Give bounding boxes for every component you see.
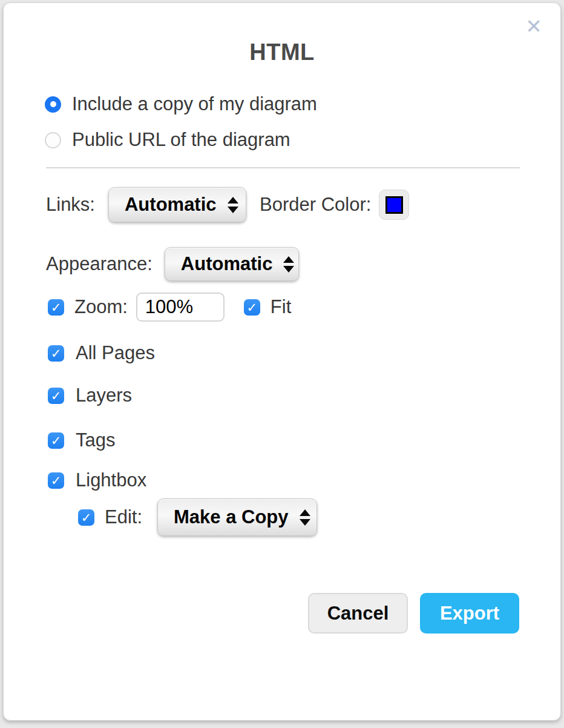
cancel-button[interactable]: Cancel <box>308 593 408 634</box>
select-arrows-icon <box>283 256 294 273</box>
border-color-label: Border Color: <box>260 194 371 216</box>
tags-checkbox[interactable] <box>48 432 64 449</box>
edit-checkbox[interactable] <box>78 509 94 526</box>
export-html-dialog: ✕ HTML Include a copy of my diagram Publ… <box>3 2 561 721</box>
lightbox-label[interactable]: Lightbox <box>76 469 146 491</box>
select-arrows-icon <box>300 509 310 526</box>
radio-public-url[interactable] <box>45 132 61 148</box>
lightbox-checkbox[interactable] <box>48 472 64 489</box>
edit-select[interactable]: Make a Copy <box>157 498 317 536</box>
border-color-swatch-button[interactable] <box>379 190 409 220</box>
edit-select-value: Make a Copy <box>174 506 289 528</box>
appearance-select[interactable]: Automatic <box>165 247 299 281</box>
links-row: Links: Automatic Border Color: <box>46 185 409 225</box>
links-select[interactable]: Automatic <box>108 187 246 222</box>
fit-label[interactable]: Fit <box>271 296 291 318</box>
appearance-row: Appearance: Automatic <box>46 245 299 283</box>
layers-row: Layers <box>48 385 132 406</box>
radio-row-public-url: Public URL of the diagram <box>45 129 290 151</box>
footer-buttons: Cancel Export <box>308 593 519 634</box>
all-pages-row: All Pages <box>48 342 155 364</box>
radio-include-copy-label[interactable]: Include a copy of my diagram <box>72 93 317 115</box>
links-label: Links: <box>46 194 95 216</box>
radio-public-url-label[interactable]: Public URL of the diagram <box>72 129 290 151</box>
zoom-input[interactable] <box>136 293 225 322</box>
tags-row: Tags <box>48 429 115 451</box>
select-arrows-icon <box>228 197 238 213</box>
links-select-value: Automatic <box>125 194 217 216</box>
all-pages-label[interactable]: All Pages <box>76 342 155 364</box>
layers-checkbox[interactable] <box>48 388 64 404</box>
dialog-title: HTML <box>4 39 560 65</box>
layers-label[interactable]: Layers <box>76 385 132 406</box>
divider <box>46 167 520 168</box>
close-icon[interactable]: ✕ <box>525 16 542 36</box>
appearance-label: Appearance: <box>46 253 152 275</box>
zoom-checkbox[interactable] <box>48 299 64 316</box>
all-pages-checkbox[interactable] <box>48 345 64 362</box>
border-color-swatch <box>385 196 403 214</box>
radio-include-copy[interactable] <box>45 96 61 113</box>
edit-label[interactable]: Edit: <box>105 506 142 528</box>
fit-checkbox[interactable] <box>244 299 260 316</box>
appearance-select-value: Automatic <box>181 253 273 275</box>
edit-row: Edit: Make a Copy <box>78 497 317 537</box>
radio-row-include-copy: Include a copy of my diagram <box>45 93 317 115</box>
lightbox-row: Lightbox <box>48 469 146 491</box>
export-button[interactable]: Export <box>420 593 519 634</box>
zoom-label[interactable]: Zoom: <box>74 296 128 318</box>
zoom-row: Zoom: Fit <box>48 291 291 323</box>
tags-label[interactable]: Tags <box>76 429 115 451</box>
